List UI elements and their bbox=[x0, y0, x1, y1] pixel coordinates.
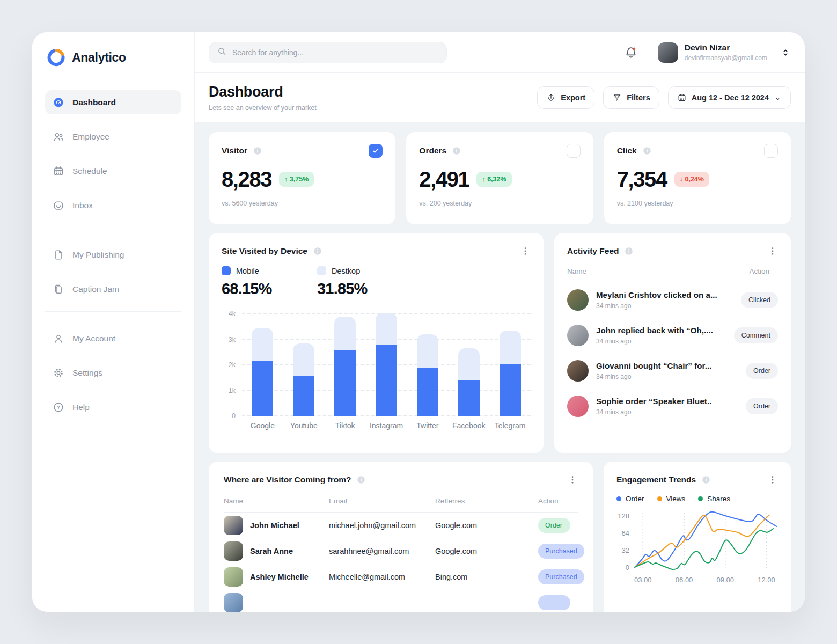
feed-action-badge: Comment bbox=[734, 327, 778, 343]
y-tick-label: 128 bbox=[618, 512, 629, 520]
feed-text: Giovanni bought “Chair” for... bbox=[596, 361, 712, 370]
info-icon[interactable] bbox=[624, 246, 634, 256]
stat-checkbox-checked[interactable] bbox=[369, 144, 383, 158]
stat-delta-badge: ↓ 0,24% bbox=[674, 172, 709, 187]
visitors-table-card: Where are Visitor Coming from? Name Emai… bbox=[209, 462, 593, 612]
table-row[interactable] bbox=[224, 590, 578, 612]
sidebar-item-help[interactable]: ? Help bbox=[45, 395, 181, 419]
device-chart-title: Site Visited by Device bbox=[222, 246, 307, 256]
y-tick-label: 0 bbox=[626, 564, 629, 572]
sidebar-item-label: My Account bbox=[72, 334, 115, 343]
table-row[interactable]: Sarah Anne sarahhnee@gmail.com Google.co… bbox=[224, 538, 578, 564]
bar-telegram[interactable] bbox=[489, 314, 531, 416]
x-tick-label: 03.00 bbox=[634, 576, 652, 584]
mobile-segment bbox=[334, 350, 356, 416]
settings-icon bbox=[53, 367, 64, 379]
feed-row[interactable]: Meylani Crishtov clicked on a... 34 mins… bbox=[567, 282, 778, 318]
bar-columns bbox=[242, 314, 531, 416]
x-tick-label: Instagram bbox=[366, 421, 407, 430]
x-tick-label: Youtube bbox=[283, 421, 325, 430]
device-chart-card: Site Visited by Device Mobile 68.15% Des… bbox=[209, 233, 544, 453]
legend-percentage: 68.15% bbox=[222, 280, 286, 298]
engagement-legend-item: Order bbox=[616, 495, 644, 503]
legend-percentage: 31.85% bbox=[317, 280, 381, 298]
info-icon[interactable] bbox=[356, 475, 366, 485]
table-row[interactable]: Ashley Michelle Micheelle@gmail.com Bing… bbox=[224, 564, 578, 590]
chevron-updown-icon[interactable] bbox=[780, 47, 791, 58]
info-icon[interactable] bbox=[253, 146, 262, 156]
sidebar-item-my-account[interactable]: My Account bbox=[45, 326, 181, 350]
device-legend: Mobile 68.15% Destkop 31.85% bbox=[222, 266, 531, 298]
schedule-icon bbox=[53, 165, 64, 177]
visitors-table-title: Where are Visitor Coming from? bbox=[224, 475, 351, 485]
avatar bbox=[567, 325, 589, 346]
sidebar-item-settings[interactable]: Settings bbox=[45, 361, 181, 385]
table-row[interactable]: John Michael michael.john@gmail.com Goog… bbox=[224, 513, 578, 538]
sidebar-item-my-publishing[interactable]: My Publishing bbox=[45, 243, 181, 267]
info-icon[interactable] bbox=[642, 146, 652, 156]
sidebar: Analytico Dashboard Employee Schedule In… bbox=[32, 32, 195, 612]
page: { "app": { "name": "Analytico" }, "color… bbox=[0, 0, 837, 644]
bar-x-axis: GoogleYoutubeTiktokInstagramTwitterFaceb… bbox=[242, 421, 531, 430]
middle-row: Site Visited by Device Mobile 68.15% Des… bbox=[209, 233, 791, 453]
kebab-menu-icon[interactable] bbox=[767, 474, 778, 485]
svg-text:?: ? bbox=[57, 404, 60, 410]
bar-twitter[interactable] bbox=[407, 314, 448, 416]
device-legend-item: Mobile 68.15% bbox=[222, 266, 286, 298]
feed-text: Sophie order “Speaker Bluet.. bbox=[596, 397, 711, 406]
date-range-picker[interactable]: Aug 12 - Dec 12 2024 bbox=[668, 86, 791, 109]
kebab-menu-icon[interactable] bbox=[567, 474, 578, 485]
sidebar-item-dashboard[interactable]: Dashboard bbox=[45, 90, 181, 114]
sidebar-item-employee[interactable]: Employee bbox=[45, 125, 181, 149]
legend-swatch bbox=[317, 266, 326, 275]
caption-icon bbox=[53, 283, 64, 295]
bar-facebook[interactable] bbox=[448, 314, 489, 416]
search-input[interactable] bbox=[232, 48, 439, 57]
visitor-referrer: Google.com bbox=[435, 521, 538, 530]
feed-col-action: Action bbox=[749, 267, 778, 275]
sidebar-item-inbox[interactable]: Inbox bbox=[45, 193, 181, 217]
filter-funnel-icon bbox=[612, 93, 622, 103]
profile-menu[interactable]: Devin Nizar devinfirmansyah@gmail.com bbox=[658, 42, 791, 63]
device-legend-item: Destkop 31.85% bbox=[317, 266, 381, 298]
feed-time: 34 mins ago bbox=[596, 302, 717, 310]
bar-instagram[interactable] bbox=[366, 314, 407, 416]
engagement-legend-item: Shares bbox=[698, 495, 730, 503]
avatar bbox=[224, 567, 243, 587]
y-tick-label: 2k bbox=[229, 361, 236, 369]
export-button[interactable]: Export bbox=[537, 86, 594, 109]
stat-checkbox-unchecked[interactable] bbox=[567, 144, 581, 158]
bar-tiktok[interactable] bbox=[325, 314, 366, 416]
feed-row[interactable]: Sophie order “Speaker Bluet.. 34 mins ag… bbox=[567, 389, 778, 424]
topbar-right: Devin Nizar devinfirmansyah@gmail.com bbox=[624, 42, 791, 63]
stat-checkbox-unchecked[interactable] bbox=[764, 144, 778, 158]
col-action: Action bbox=[538, 497, 578, 505]
kebab-menu-icon[interactable] bbox=[767, 246, 778, 257]
info-icon[interactable] bbox=[313, 246, 322, 256]
avatar bbox=[224, 593, 243, 612]
series-line-shares bbox=[635, 529, 773, 569]
bar-youtube[interactable] bbox=[283, 314, 325, 416]
info-icon[interactable] bbox=[452, 146, 461, 156]
profile-email: devinfirmansyah@gmail.com bbox=[685, 54, 767, 62]
x-tick-label: 06.00 bbox=[676, 576, 693, 584]
feed-row[interactable]: Giovanni bought “Chair” for... 34 mins a… bbox=[567, 353, 778, 389]
notifications-bell-icon[interactable] bbox=[624, 46, 638, 60]
page-header: Dashboard Lets see an overview of your m… bbox=[195, 73, 805, 122]
feed-action-badge: Clicked bbox=[741, 292, 778, 308]
x-tick-label: Facebook bbox=[448, 421, 489, 430]
filters-button[interactable]: Filters bbox=[603, 86, 659, 109]
y-tick-label: 3k bbox=[229, 336, 236, 343]
feed-row[interactable]: John replied back with “Oh,.... 34 mins … bbox=[567, 318, 778, 353]
sidebar-item-schedule[interactable]: Schedule bbox=[45, 159, 181, 183]
info-icon[interactable] bbox=[701, 475, 711, 485]
search-box[interactable] bbox=[209, 42, 447, 63]
bar-google[interactable] bbox=[242, 314, 283, 416]
stat-value: 8,283 bbox=[222, 169, 271, 190]
sidebar-nav: Dashboard Employee Schedule Inbox My Pub… bbox=[45, 90, 181, 419]
line-plot bbox=[635, 511, 778, 572]
kebab-menu-icon[interactable] bbox=[520, 246, 531, 257]
stat-compare: vs. 5600 yesterday bbox=[222, 200, 383, 207]
chevron-down-icon bbox=[774, 94, 782, 102]
sidebar-item-caption-jam[interactable]: Caption Jam bbox=[45, 277, 181, 301]
